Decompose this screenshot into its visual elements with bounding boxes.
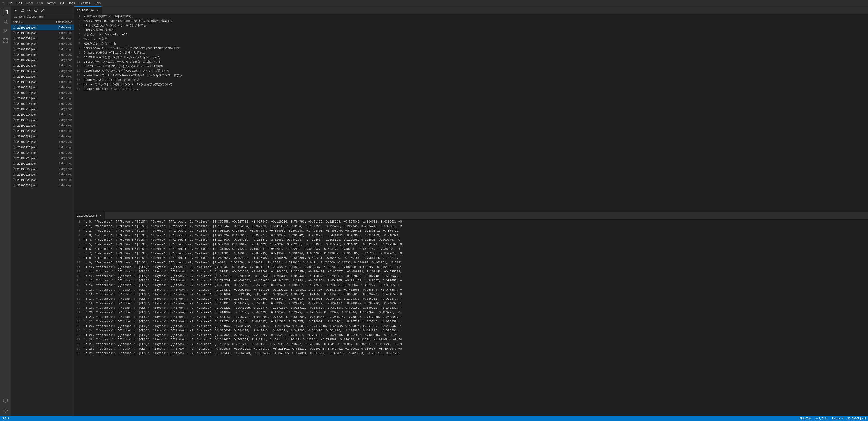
bottom-tab-active[interactable]: 20190901.jsonl × xyxy=(74,212,105,219)
file-icon xyxy=(13,91,16,95)
file-list-item[interactable]: 20190911.jsonl 5 days ago xyxy=(11,79,74,85)
line-content: ": 18, "features": [{"token": "[CLS]", "… xyxy=(84,301,868,306)
status-branch[interactable]: S 5 ⑤ xyxy=(2,417,9,420)
file-list-item[interactable]: 20190916.jsonl 5 days ago xyxy=(11,106,74,112)
svg-point-2 xyxy=(4,29,5,30)
file-icon xyxy=(13,145,16,149)
status-position[interactable]: Ln 1, Col 1 xyxy=(815,417,828,420)
line-content: まとめノート：AmazonRoute53 xyxy=(84,32,868,37)
editor-line: 8 homebrewを使ってインストールしたdockersyncにfishでpa… xyxy=(74,46,868,51)
file-modified: 5 days ago xyxy=(50,31,72,34)
editor-line: 22 ": 21, "features": [{"token": "[CLS]"… xyxy=(74,315,868,319)
file-list-item[interactable]: 20190923.jsonl 5 days ago xyxy=(11,144,74,150)
file-name: 20190927.jsonl xyxy=(17,167,50,171)
file-list-item[interactable]: 20190927.jsonl 5 days ago xyxy=(11,166,74,172)
menu-view[interactable]: View xyxy=(25,1,35,5)
file-list-item[interactable]: 20190926.jsonl 5 days ago xyxy=(11,161,74,166)
status-bar: S 5 ⑤ Plain Text Ln 1, Col 1 Spaces: 4 2… xyxy=(0,416,868,421)
editor-line: 6 ネットワーク入門 xyxy=(74,37,868,41)
file-list-item[interactable]: 20190928.jsonl 5 days ago xyxy=(11,172,74,177)
file-list-item[interactable]: 20190907.jsonl 5 days ago xyxy=(11,57,74,63)
file-list-item[interactable]: 20190901.jsonl 5 days ago xyxy=(11,25,74,30)
line-number: 9 xyxy=(74,51,84,55)
file-list-item[interactable]: 20190915.jsonl 5 days ago xyxy=(11,101,74,106)
file-list-item[interactable]: 20190903.jsonl 5 days ago xyxy=(11,36,74,41)
file-list-item[interactable]: 20190930.jsonl 5 days ago xyxy=(11,183,74,188)
file-list-item[interactable]: 20190910.jsonl 5 days ago xyxy=(11,74,74,79)
file-list-item[interactable]: 20190914.jsonl 5 days ago xyxy=(11,95,74,101)
file-list-item[interactable]: 20190920.jsonl 5 days ago xyxy=(11,128,74,134)
editor-line: 16 ": 15, "features": [{"token": "[CLS]"… xyxy=(74,288,868,292)
top-tab-close[interactable]: × xyxy=(96,8,99,12)
menu-edit[interactable]: Edit xyxy=(15,1,24,5)
file-list-item[interactable]: 20190929.jsonl 5 days ago xyxy=(11,177,74,183)
line-number: 4 xyxy=(74,28,84,32)
file-list-item[interactable]: 20190906.jsonl 5 days ago xyxy=(11,52,74,57)
menu-settings[interactable]: Settings xyxy=(78,1,92,5)
new-file-button[interactable]: + xyxy=(13,7,19,13)
new-folder-button[interactable] xyxy=(20,7,25,13)
file-list-item[interactable]: 20190904.jsonl 5 days ago xyxy=(11,41,74,47)
refresh-button[interactable] xyxy=(33,7,39,13)
file-icon xyxy=(13,75,16,79)
menu-run[interactable]: Run xyxy=(36,1,44,5)
line-number: 30 xyxy=(74,351,84,356)
line-content: homebrewを使ってインストールしたdockersyncにfishでpath… xyxy=(84,46,868,51)
menu-help[interactable]: Help xyxy=(93,1,102,5)
file-modified: 5 days ago xyxy=(50,58,72,62)
name-column-header[interactable]: Name ▲ xyxy=(13,21,50,24)
bottom-tab-close[interactable]: × xyxy=(99,214,102,218)
source-control-activity-icon[interactable] xyxy=(2,27,9,35)
line-content: ": 27, "features": [{"token": "[CLS]", "… xyxy=(84,342,868,346)
file-list-item[interactable]: 20190905.jsonl 5 days ago xyxy=(11,47,74,52)
line-number: 12 xyxy=(74,270,84,274)
files-activity-icon[interactable] xyxy=(2,8,9,16)
menu-file[interactable]: File xyxy=(6,1,14,5)
top-editor-content[interactable]: 1 PHPのmail関数でメールを送信する。 2 AWSEC2×Python3×… xyxy=(74,14,868,211)
file-list-item[interactable]: 20190921.jsonl 5 days ago xyxy=(11,134,74,139)
file-list-item[interactable]: 20190922.jsonl 5 days ago xyxy=(11,139,74,144)
status-language[interactable]: Plain Text xyxy=(799,417,811,420)
status-spaces[interactable]: Spaces: 4 xyxy=(832,417,843,420)
line-content: ": 14, "features": [{"token": "[CLS]", "… xyxy=(84,283,868,288)
status-encoding[interactable]: 20190901.jsonl xyxy=(847,417,866,420)
file-name: 20190905.jsonl xyxy=(17,48,50,51)
collapse-button[interactable] xyxy=(40,7,46,13)
editor-line: 1 PHPのmail関数でメールを送信する。 xyxy=(74,14,868,19)
editor-line: 5 まとめノート：AmazonRoute53 xyxy=(74,32,868,37)
menu-git[interactable]: Git xyxy=(58,1,66,5)
upload-button[interactable] xyxy=(26,7,32,13)
line-number: 25 xyxy=(74,329,84,333)
file-list-item[interactable]: 20190918.jsonl 5 days ago xyxy=(11,117,74,123)
file-list-item[interactable]: 20190909.jsonl 5 days ago xyxy=(11,68,74,74)
remote-activity-icon[interactable] xyxy=(2,397,9,405)
file-icon xyxy=(13,178,16,182)
editor-line: 9 ": 8, "features": [{"token": "[CLS]", … xyxy=(74,256,868,260)
file-list-item[interactable]: 20190924.jsonl 5 days ago xyxy=(11,150,74,156)
file-list-item[interactable]: 20190913.jsonl 5 days ago xyxy=(11,90,74,95)
editor-line: 3 DIは何であるかを（なるべく丁寧に）説明する xyxy=(74,23,868,28)
file-list-item[interactable]: 20190908.jsonl 5 days ago xyxy=(11,63,74,68)
file-list-item[interactable]: 20190912.jsonl 5 days ago xyxy=(11,85,74,90)
file-list-item[interactable]: 20190902.jsonl 5 days ago xyxy=(11,30,74,36)
extensions-activity-icon[interactable] xyxy=(2,37,9,45)
line-number: 6 xyxy=(74,242,84,247)
editor-line: 17 Docker Desktop × COLTECHLite... xyxy=(74,87,868,91)
file-icon xyxy=(13,58,16,62)
line-content: ReactハンズオンfirestoreでTodoアプリ xyxy=(84,78,868,82)
file-list-item[interactable]: 20190917.jsonl 5 days ago xyxy=(11,112,74,117)
top-tab-active[interactable]: 20190901.txt × xyxy=(74,6,102,14)
file-icon xyxy=(13,96,16,100)
line-content: PowerShellでgithubのReleasesの最新バージョンをダウンロー… xyxy=(84,73,868,78)
bottom-editor-content[interactable]: 1 ": 0, "features": [{"token": "[CLS]", … xyxy=(74,220,868,416)
line-number: 22 xyxy=(74,315,84,319)
menu-tabs[interactable]: Tabs xyxy=(67,1,76,5)
settings-activity-icon[interactable] xyxy=(2,406,9,414)
file-modified: 5 days ago xyxy=(50,108,72,111)
search-activity-icon[interactable] xyxy=(2,18,9,25)
file-list-item[interactable]: 20190919.jsonl 5 days ago xyxy=(11,123,74,128)
line-number: 13 xyxy=(74,274,84,279)
menu-kernel[interactable]: Kernel xyxy=(45,1,58,5)
file-list-item[interactable]: 20190925.jsonl 5 days ago xyxy=(11,156,74,161)
file-name: 20190929.jsonl xyxy=(17,178,50,182)
